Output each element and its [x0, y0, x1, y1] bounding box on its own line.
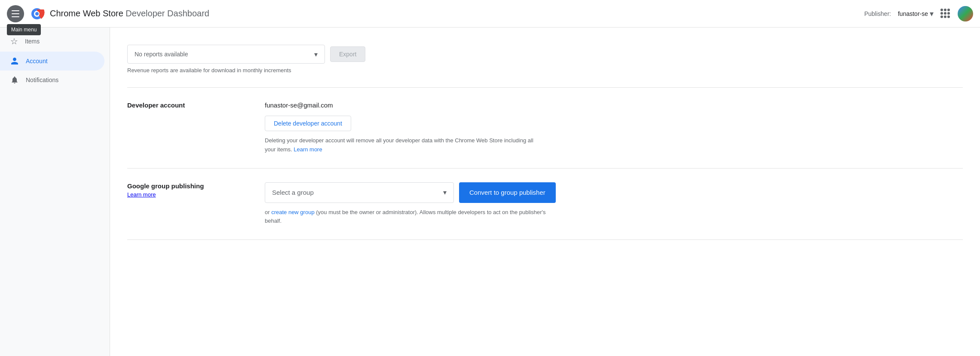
reports-hint: Revenue reports are available for downlo…: [127, 67, 963, 74]
developer-account-title: Developer account: [127, 101, 248, 109]
sidebar-item-items-label: Items: [25, 38, 40, 45]
reports-dropdown-value: No reports available: [135, 51, 188, 58]
items-icon: ☆: [10, 36, 18, 46]
reports-dropdown-chevron-icon: [314, 50, 318, 58]
group-row: Select a group Convert to group publishe…: [265, 182, 963, 203]
developer-email: funastor-se@gmail.com: [265, 101, 963, 109]
layout: ☆ Items Account Notifications No reports…: [0, 28, 980, 356]
developer-account-label: Developer account: [127, 101, 248, 154]
account-icon: [10, 57, 19, 65]
publisher-label: Publisher:: [864, 10, 891, 17]
header-right: Publisher: funastor-se ▾: [864, 6, 973, 21]
chrome-logo-icon: [29, 6, 45, 21]
developer-account-section: Developer account funastor-se@gmail.com …: [127, 88, 963, 169]
group-hint: or create new group (you must be the own…: [265, 208, 557, 226]
group-dropdown-placeholder: Select a group: [272, 189, 314, 196]
sidebar-item-account-label: Account: [26, 58, 48, 64]
group-publishing-title: Google group publishing: [127, 182, 248, 190]
group-dropdown[interactable]: Select a group: [265, 182, 454, 203]
notifications-icon: [10, 76, 19, 84]
sidebar-item-notifications[interactable]: Notifications: [0, 71, 104, 89]
menu-button[interactable]: [7, 5, 24, 22]
sidebar: ☆ Items Account Notifications: [0, 28, 110, 356]
publisher-selector[interactable]: funastor-se ▾: [898, 9, 934, 18]
avatar[interactable]: [958, 6, 973, 21]
reports-row: No reports available Export: [127, 45, 963, 64]
app-title: Chrome Web Store Developer Dashboard: [50, 9, 209, 18]
group-dropdown-chevron-icon: [443, 188, 447, 196]
apps-grid-icon[interactable]: [940, 9, 951, 19]
create-new-group-link[interactable]: create new group: [271, 209, 314, 215]
sidebar-item-account[interactable]: Account: [0, 52, 104, 71]
delete-developer-account-button[interactable]: Delete developer account: [265, 116, 351, 131]
publisher-chevron-icon: ▾: [930, 9, 934, 18]
group-learn-more-link[interactable]: Learn more: [127, 191, 156, 198]
developer-account-content: funastor-se@gmail.com Delete developer a…: [265, 101, 963, 154]
svg-point-3: [35, 12, 39, 15]
sidebar-item-notifications-label: Notifications: [26, 77, 58, 83]
convert-to-group-publisher-button[interactable]: Convert to group publisher: [459, 182, 556, 203]
delete-learn-more-link[interactable]: Learn more: [294, 146, 322, 153]
main-content: No reports available Export Revenue repo…: [110, 28, 980, 356]
group-publishing-label: Google group publishing Learn more: [127, 182, 248, 226]
group-publishing-content: Select a group Convert to group publishe…: [265, 182, 963, 226]
menu-tooltip: Main menu: [7, 24, 41, 35]
delete-hint: Deleting your developer account will rem…: [265, 136, 540, 154]
group-publishing-section: Google group publishing Learn more Selec…: [127, 169, 963, 240]
header: Main menu Chrome Web Store Developer Das…: [0, 0, 980, 28]
reports-dropdown[interactable]: No reports available: [127, 45, 325, 64]
group-hint-before: or: [265, 209, 271, 215]
header-left: Main menu Chrome Web Store Developer Das…: [7, 5, 864, 22]
export-button[interactable]: Export: [330, 46, 365, 62]
reports-area: No reports available Export Revenue repo…: [127, 38, 963, 88]
